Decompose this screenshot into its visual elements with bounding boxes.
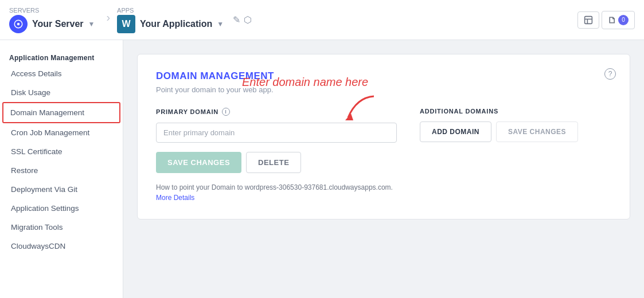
servers-label: Servers: [9, 7, 95, 14]
server-nav-item[interactable]: Your Server ▼: [9, 15, 95, 33]
app-chevron-icon: ▼: [217, 20, 224, 28]
primary-domain-btn-row: SAVE CHANGES DELETE: [156, 152, 397, 173]
sidebar-item-cron-job[interactable]: Cron Job Management: [0, 123, 123, 142]
sidebar-item-restore[interactable]: Restore: [0, 161, 123, 180]
sidebar-item-cloudways-cdn[interactable]: CloudwaysCDN: [0, 237, 123, 256]
primary-domain-info-icon[interactable]: i: [222, 108, 230, 116]
edit-icon[interactable]: ✎: [233, 14, 240, 25]
primary-domain-input[interactable]: [156, 123, 397, 143]
card-title: DOMAIN MANAGEMENT: [156, 70, 611, 82]
svg-point-1: [17, 22, 20, 25]
sidebar-item-ssl[interactable]: SSL Certificate: [0, 142, 123, 161]
sidebar-item-deployment-git[interactable]: Deployment Via Git: [0, 180, 123, 199]
sidebar-item-access-details[interactable]: Access Details: [0, 64, 123, 83]
more-details-link[interactable]: More Details: [156, 194, 194, 202]
apps-nav-section: Apps W Your Application ▼: [117, 7, 224, 33]
files-badge: 0: [618, 15, 629, 25]
sidebar-item-domain-management[interactable]: Domain Management: [2, 102, 120, 123]
primary-domain-section: Enter domain name here PRIMARY DOMAIN i: [156, 108, 397, 203]
app-icon: W: [117, 15, 135, 33]
nav-action-icons: ✎ ⬡: [233, 14, 252, 25]
delete-button[interactable]: DELETE: [246, 152, 301, 173]
app-nav-item[interactable]: W Your Application ▼: [117, 15, 224, 33]
server-chevron-icon: ▼: [88, 20, 95, 28]
additional-domain-section: ADDITIONAL DOMAINS ADD DOMAIN SAVE CHANG…: [420, 108, 603, 142]
additional-domain-label: ADDITIONAL DOMAINS: [420, 108, 603, 115]
main-layout: Application Management Access Details Di…: [0, 40, 644, 298]
apps-label: Apps: [117, 7, 224, 14]
top-nav: Servers Your Server ▼ › Apps W Your Appl…: [0, 0, 644, 40]
domain-grid: Enter domain name here PRIMARY DOMAIN i: [156, 108, 611, 203]
help-icon[interactable]: ?: [604, 68, 616, 80]
servers-nav-section: Servers Your Server ▼: [9, 7, 95, 33]
sidebar-item-disk-usage[interactable]: Disk Usage: [0, 83, 123, 102]
additional-save-changes-button[interactable]: SAVE CHANGES: [496, 121, 578, 142]
panel-btn[interactable]: [577, 11, 599, 29]
card-subtitle: Point your domain to your web app.: [156, 85, 611, 94]
primary-domain-label: PRIMARY DOMAIN i: [156, 108, 397, 116]
content-area: ? DOMAIN MANAGEMENT Point your domain to…: [123, 40, 644, 298]
server-icon: [9, 15, 28, 33]
svg-rect-2: [585, 16, 592, 23]
domain-hint: How to point your Domain to wordpress-30…: [156, 182, 397, 203]
sidebar-item-migration-tools[interactable]: Migration Tools: [0, 218, 123, 237]
nav-right: 0: [577, 11, 635, 29]
sidebar-item-app-settings[interactable]: Application Settings: [0, 199, 123, 218]
files-btn[interactable]: 0: [602, 11, 635, 29]
nav-separator: ›: [106, 11, 110, 29]
sidebar-section-label: Application Management: [0, 49, 123, 64]
server-name: Your Server: [32, 19, 84, 29]
add-domain-button[interactable]: ADD DOMAIN: [420, 121, 491, 142]
app-name: Your Application: [140, 19, 212, 29]
additional-domain-btn-row: ADD DOMAIN SAVE CHANGES: [420, 121, 603, 142]
save-changes-button[interactable]: SAVE CHANGES: [156, 152, 241, 173]
external-link-icon[interactable]: ⬡: [244, 14, 252, 25]
sidebar: Application Management Access Details Di…: [0, 40, 123, 298]
domain-management-card: ? DOMAIN MANAGEMENT Point your domain to…: [137, 54, 630, 219]
